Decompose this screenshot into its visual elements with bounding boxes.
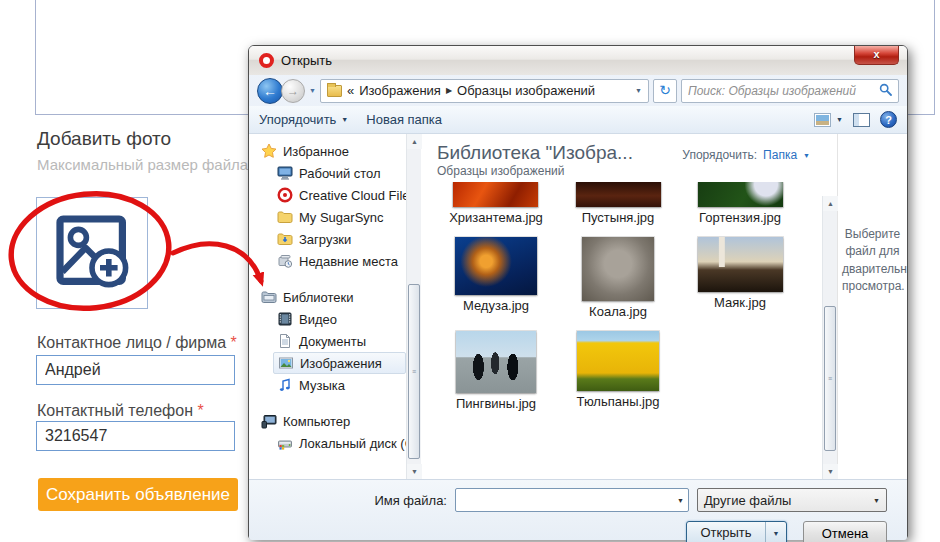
breadcrumb-separator-icon: ▶ [446, 86, 452, 95]
chevron-down-icon: ▼ [873, 497, 880, 504]
chevron-down-icon: ▼ [836, 116, 843, 123]
sidebar-item-pictures[interactable]: Изображения [273, 352, 406, 374]
views-icon [814, 113, 831, 127]
sidebar-group-computer[interactable]: Компьютер [257, 410, 406, 432]
sidebar-item-music[interactable]: Музыка [273, 374, 406, 396]
breadcrumb-parent[interactable]: Изображения [359, 83, 441, 98]
file-thumbnail [453, 182, 538, 207]
filename-combo[interactable]: ▼ [455, 488, 689, 512]
chevron-down-icon: ▼ [341, 116, 348, 123]
file-item[interactable]: Тюльпаны.jpg [577, 331, 660, 411]
scroll-up-icon: ▲ [827, 200, 834, 207]
scroll-down-button[interactable]: ▼ [407, 464, 422, 479]
contact-name-label: Контактное лицо / фирма * [37, 334, 237, 352]
chevron-down-icon[interactable]: ▼ [803, 152, 810, 159]
sidebar-item-local-disk[interactable]: Локальный диск (C [273, 432, 406, 454]
breadcrumb-dropdown-icon[interactable]: ▼ [635, 87, 642, 94]
sidebar-item-video[interactable]: Видео [273, 308, 406, 330]
library-subtitle: Образцы изображений [437, 164, 633, 178]
change-view-button[interactable]: ▼ [814, 113, 843, 127]
contact-phone-input[interactable] [36, 421, 235, 451]
sidebar-item-recent-places[interactable]: Недавние места [273, 250, 406, 272]
file-item[interactable]: Коала.jpg [582, 237, 654, 319]
address-bar: ← → ▼ « Изображения ▶ Образцы изображени… [249, 75, 907, 106]
contact-phone-label: Контактный телефон * [37, 402, 204, 420]
filetype-select[interactable]: Другие файлы ▼ [697, 488, 887, 512]
navigation-pane: Избранное Рабочий стол Creative Cloud Fi… [249, 134, 406, 479]
search-box[interactable] [681, 79, 899, 103]
scrollbar-thumb[interactable]: ≡ [408, 284, 420, 459]
scroll-up-button[interactable]: ▲ [407, 134, 422, 149]
music-icon [277, 377, 293, 393]
scrollbar-thumb[interactable]: ≡ [824, 306, 836, 451]
recent-pages-dropdown[interactable]: ▼ [309, 87, 316, 94]
file-list-scrollbar[interactable]: ▲ ≡ ▼ [822, 196, 837, 479]
forward-button[interactable]: → [281, 79, 305, 103]
disk-icon [277, 435, 293, 451]
chevron-down-icon[interactable]: ▼ [677, 497, 684, 504]
open-button[interactable]: Открыть ▼ [686, 521, 787, 542]
file-list-area: Библиотека "Изобра... Образцы изображени… [421, 134, 822, 479]
file-thumbnail [582, 237, 654, 301]
open-dropdown-button[interactable]: ▼ [765, 522, 786, 542]
close-button[interactable]: x [854, 46, 899, 65]
back-button[interactable]: ← [257, 78, 283, 104]
file-thumbnail [456, 331, 536, 393]
help-icon: ? [885, 114, 892, 126]
preview-pane-button[interactable] [853, 113, 870, 127]
filename-input[interactable] [462, 493, 677, 508]
file-grid: Хризантема.jpg Пустыня.jpg Гортензия.jpg [421, 182, 822, 479]
save-listing-button[interactable]: Сохранить объявление [38, 478, 238, 511]
breadcrumb-current[interactable]: Образцы изображений [457, 83, 595, 98]
scroll-down-icon: ▼ [827, 468, 834, 475]
scroll-down-button[interactable]: ▼ [823, 464, 838, 479]
computer-icon [261, 413, 277, 429]
sidebar-group-favorites[interactable]: Избранное [257, 140, 406, 162]
desktop-icon [277, 165, 293, 181]
dialog-toolbar: Упорядочить ▼ Новая папка ▼ ? [249, 106, 907, 134]
organize-menu-button[interactable]: Упорядочить ▼ [259, 112, 348, 127]
contact-name-input[interactable] [36, 355, 235, 385]
arrange-by-label: Упорядочить: [682, 148, 757, 162]
dialog-footer: Имя файла: ▼ Другие файлы ▼ Открыть ▼ От… [249, 479, 907, 540]
search-icon [879, 83, 892, 99]
close-icon: x [873, 48, 879, 60]
forward-arrow-icon: → [287, 84, 299, 98]
file-item[interactable]: Гортензия.jpg [698, 182, 783, 225]
file-thumbnail [455, 237, 537, 295]
refresh-button[interactable]: ↻ [653, 79, 677, 103]
refresh-icon: ↻ [659, 82, 671, 98]
sidebar-item-desktop[interactable]: Рабочий стол [273, 162, 406, 184]
sidebar-item-downloads[interactable]: Загрузки [273, 228, 406, 250]
sidebar-group-libraries[interactable]: Библиотеки [257, 286, 406, 308]
creative-cloud-icon [277, 187, 293, 203]
file-item[interactable]: Пингвины.jpg [456, 331, 536, 411]
sidebar-item-creative-cloud[interactable]: Creative Cloud Files [273, 184, 406, 206]
photo-upload-dropzone[interactable] [36, 197, 148, 309]
file-item[interactable]: Пустыня.jpg [576, 182, 661, 225]
file-thumbnail [698, 182, 783, 207]
arrange-by-value[interactable]: Папка [763, 148, 797, 162]
star-icon [261, 143, 277, 159]
sidebar-item-sugarsync[interactable]: My SugarSync [273, 206, 406, 228]
libraries-icon [261, 289, 277, 305]
search-input[interactable] [688, 84, 879, 98]
cancel-button[interactable]: Отмена [803, 521, 887, 542]
scroll-up-button[interactable]: ▲ [823, 196, 838, 211]
add-image-icon [52, 211, 132, 295]
file-item[interactable]: Медуза.jpg [455, 237, 537, 319]
sidebar-scrollbar[interactable]: ▲ ≡ ▼ [406, 134, 421, 479]
dialog-titlebar[interactable]: Открыть x [249, 46, 907, 75]
sidebar-item-documents[interactable]: Документы [273, 330, 406, 352]
library-title: Библиотека "Изобра... [437, 142, 633, 164]
breadcrumb[interactable]: « Изображения ▶ Образцы изображений ▼ [320, 79, 649, 103]
recent-places-icon [277, 253, 293, 269]
file-item[interactable]: Хризантема.jpg [449, 182, 543, 225]
new-folder-button[interactable]: Новая папка [366, 112, 442, 127]
help-button[interactable]: ? [880, 111, 897, 128]
file-thumbnail [577, 331, 659, 391]
file-item[interactable]: Маяк.jpg [698, 237, 783, 319]
chevron-down-icon: ▼ [773, 530, 780, 537]
dialog-title: Открыть [281, 53, 332, 68]
video-icon [277, 311, 293, 327]
